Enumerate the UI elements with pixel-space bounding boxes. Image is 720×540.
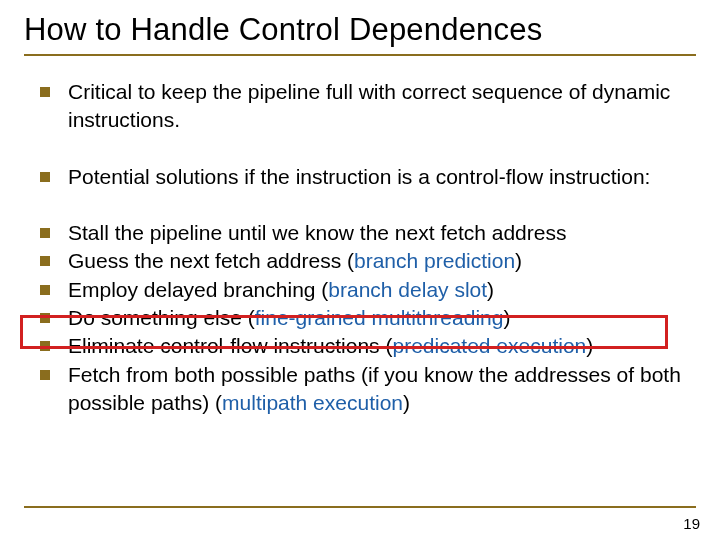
bullet-item: Potential solutions if the instruction i… — [28, 163, 696, 191]
term-multipath-execution: multipath execution — [222, 391, 403, 414]
square-bullet-icon — [40, 370, 50, 380]
square-bullet-icon — [40, 228, 50, 238]
bullet-text: Eliminate control-flow instructions (pre… — [68, 332, 696, 360]
square-bullet-icon — [40, 256, 50, 266]
square-bullet-icon — [40, 285, 50, 295]
term-predicated-execution: predicated execution — [392, 334, 586, 357]
title-underline — [24, 54, 696, 56]
square-bullet-icon — [40, 172, 50, 182]
bullet-item-highlighted: Employ delayed branching (branch delay s… — [28, 276, 696, 304]
bullet-text: Stall the pipeline until we know the nex… — [68, 219, 696, 247]
square-bullet-icon — [40, 87, 50, 97]
bullet-text: Guess the next fetch address (branch pre… — [68, 247, 696, 275]
bullet-item: Eliminate control-flow instructions (pre… — [28, 332, 696, 360]
square-bullet-icon — [40, 313, 50, 323]
bullet-item: Guess the next fetch address (branch pre… — [28, 247, 696, 275]
spacer — [28, 135, 696, 163]
page-number: 19 — [683, 515, 700, 532]
square-bullet-icon — [40, 341, 50, 351]
term-branch-delay-slot: branch delay slot — [328, 278, 487, 301]
bullet-text: Fetch from both possible paths (if you k… — [68, 361, 696, 418]
spacer — [28, 191, 696, 219]
term-branch-prediction: branch prediction — [354, 249, 515, 272]
bullet-text: Potential solutions if the instruction i… — [68, 163, 696, 191]
bullet-item: Stall the pipeline until we know the nex… — [28, 219, 696, 247]
bottom-underline — [24, 506, 696, 508]
bullet-item: Critical to keep the pipeline full with … — [28, 78, 696, 135]
bullet-text: Critical to keep the pipeline full with … — [68, 78, 696, 135]
bullet-text: Do something else (fine-grained multithr… — [68, 304, 696, 332]
bullet-text: Employ delayed branching (branch delay s… — [68, 276, 696, 304]
slide-title: How to Handle Control Dependences — [24, 12, 696, 48]
bullet-item: Fetch from both possible paths (if you k… — [28, 361, 696, 418]
slide-body: Critical to keep the pipeline full with … — [24, 78, 696, 417]
bullet-item: Do something else (fine-grained multithr… — [28, 304, 696, 332]
term-fine-grained-multithreading: fine-grained multithreading — [255, 306, 504, 329]
slide: How to Handle Control Dependences Critic… — [0, 0, 720, 540]
